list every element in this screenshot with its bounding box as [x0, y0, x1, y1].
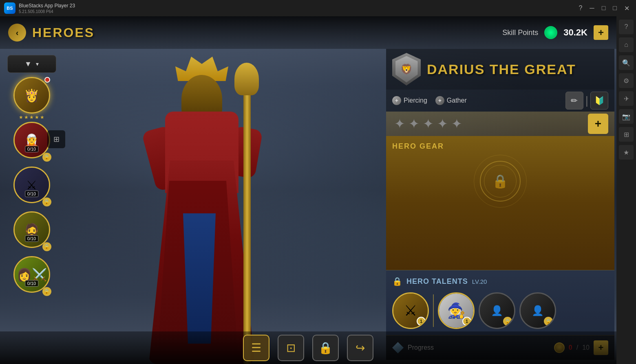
hero-character-display	[63, 16, 340, 364]
bluestacks-titlebar: BS BlueStacks App Player 23 5.21.505.100…	[0, 0, 636, 16]
hero-list-item-1[interactable]: 👸 ★ ★ ★ ★ ★	[11, 77, 52, 118]
filter-arrow-icon: ▾	[36, 61, 39, 67]
hero-attributes: ✦ Piercing ✦ Gather ✏ | 🔰	[386, 90, 614, 112]
bottom-frame-button[interactable]: ⊡	[278, 335, 304, 361]
bottom-share-button[interactable]: ↪	[347, 335, 373, 361]
hero-level-5: 0/10	[25, 280, 38, 287]
frame-icon: ⊡	[286, 341, 296, 355]
hero-talents-section: 🔒 HERO TALENTS LV.20 ⚔ 1 🧙 1	[386, 270, 614, 335]
bottom-list-button[interactable]: ☰	[243, 335, 269, 361]
attr-piercing: ✦ Piercing	[392, 92, 427, 110]
skill-badge-2: 1	[462, 317, 471, 326]
star-3: ✦	[423, 116, 434, 132]
skill-divider	[433, 294, 434, 327]
skill-lock-overlay-3: 🔒	[503, 317, 512, 326]
hero-list-item-2[interactable]: 🧝 0/10 🔒	[11, 122, 52, 162]
piercing-icon: ✦	[392, 96, 401, 105]
talents-header: 🔒 HERO TALENTS LV.20	[392, 276, 608, 286]
hero-sidebar: ▼ ▾ 👸 ★ ★ ★ ★ ★ 🧝 0/10 🔒	[0, 49, 63, 331]
app-title: BlueStacks App Player 23	[19, 3, 576, 9]
close-icon[interactable]: ✕	[622, 4, 632, 12]
page-title: HEROES	[32, 25, 95, 40]
header-bar: ‹ HEROES Skill Points 30.2K +	[0, 16, 616, 49]
bs-sidebar-icon-7[interactable]: ⊞	[619, 127, 634, 142]
skill-icon-troops[interactable]: ⚔ 1	[392, 292, 429, 329]
info-tab-icon: 🔰	[594, 96, 605, 105]
bs-sidebar-icon-1[interactable]: ?	[619, 20, 634, 34]
right-panel: 🦁 DARIUS THE GREAT ✦ Piercing ✦ Gather ✏…	[386, 49, 614, 360]
gear-ring-outer	[474, 155, 527, 208]
bs-sidebar-icon-8[interactable]: ★	[619, 145, 634, 160]
hero-level-3: 0/10	[25, 191, 38, 197]
bluestacks-logo: BS	[4, 2, 15, 14]
talents-lock-icon: 🔒	[392, 276, 402, 286]
bs-sidebar-icon-6[interactable]: 📷	[619, 109, 634, 124]
hero-stars-1: ★ ★ ★ ★ ★	[11, 114, 52, 120]
skill-badge-1: 1	[417, 317, 426, 326]
bottom-bar: ☰ ⊡ 🔒 ↪	[0, 331, 616, 364]
hero-shield-icon: 🦁	[392, 53, 421, 86]
hero-list-item-4[interactable]: 🧔 0/10 🔒	[11, 211, 52, 252]
skill-icons-row: ⚔ 1 🧙 1 👤 🔒	[392, 292, 608, 329]
back-button[interactable]: ‹	[8, 24, 26, 42]
bs-sidebar-icon-5[interactable]: ✈	[619, 91, 634, 106]
hero-lock-3: 🔒	[42, 197, 51, 206]
header-right: Skill Points 30.2K +	[502, 25, 608, 40]
hero-notification-dot	[44, 77, 50, 83]
share-icon: ↪	[356, 341, 365, 355]
attr-gather: ✦ Gather	[435, 92, 467, 110]
gather-label: Gather	[447, 97, 467, 104]
tab-separator: |	[585, 94, 588, 107]
restore-icon[interactable]: □	[599, 4, 608, 12]
window-controls: ? ─ □ □ ✕	[576, 4, 632, 12]
gear-grid: 🔒	[392, 157, 608, 206]
star-2: ✦	[409, 116, 420, 132]
hero-list-item-5[interactable]: 👩‍⚔️ 0/10 🔒	[11, 256, 52, 297]
skill-points-value: 30.2K	[563, 27, 587, 38]
hero-name: DARIUS THE GREAT	[427, 61, 576, 77]
star-4: ✦	[437, 116, 448, 132]
app-version: 5.21.505.1008 P64	[19, 9, 576, 14]
skill-lock-overlay-4: 🔒	[544, 317, 553, 326]
skill-tab-button[interactable]: ✏	[565, 92, 583, 110]
info-tab-button[interactable]: 🔰	[590, 92, 608, 110]
bs-sidebar-icon-2[interactable]: ⌂	[619, 37, 634, 52]
gear-slot[interactable]: 🔒	[480, 161, 521, 202]
hero-gear-title: HERO GEAR	[392, 142, 608, 151]
minimize-icon[interactable]: ─	[587, 4, 596, 12]
star-1: ✦	[394, 116, 405, 132]
skill-points-icon	[544, 26, 557, 39]
gather-icon: ✦	[435, 96, 444, 105]
maximize-icon[interactable]: □	[610, 4, 619, 12]
hero-lock-2: 🔒	[42, 153, 51, 162]
hero-gear-section: HERO GEAR 🔒	[386, 136, 614, 270]
hero-list-item-3[interactable]: ⚔ 0/10 🔒	[11, 167, 52, 207]
hero-robe-blue-stripe	[183, 213, 216, 344]
lock-icon: 🔒	[318, 341, 333, 355]
list-icon: ☰	[251, 341, 261, 355]
hero-name-section: 🦁 DARIUS THE GREAT	[386, 49, 614, 90]
bs-sidebar-icon-3[interactable]: 🔍	[619, 55, 634, 70]
filter-button[interactable]: ▼ ▾	[7, 55, 56, 73]
hero-lock-4: 🔒	[42, 242, 51, 251]
filter-icon: ▼	[24, 60, 32, 68]
talents-title: HERO TALENTS	[406, 277, 468, 286]
grid-view-button[interactable]: ⊞	[47, 130, 65, 148]
stars-row: ✦ ✦ ✦ ✦ ✦ +	[386, 112, 614, 136]
hero-level-2: 0/10	[25, 146, 38, 152]
star-5: ✦	[451, 116, 462, 132]
skill-points-add-button[interactable]: +	[594, 25, 608, 40]
bs-sidebar-icon-4[interactable]: ⚙	[619, 73, 634, 88]
hero-avatar-1: 👸	[13, 77, 50, 114]
skill-icon-wizard[interactable]: 🧙 1	[438, 292, 475, 329]
star-add-button[interactable]: +	[588, 114, 608, 134]
hero-staff	[243, 87, 251, 364]
hero-level-4: 0/10	[25, 235, 38, 242]
help-icon[interactable]: ?	[576, 4, 585, 12]
piercing-label: Piercing	[404, 97, 427, 104]
skill-icon-locked-4[interactable]: 👤 🔒	[519, 292, 556, 329]
talents-level: LV.20	[472, 278, 487, 285]
hero-shield-inner: 🦁	[395, 56, 418, 83]
bottom-lock-button[interactable]: 🔒	[312, 335, 339, 361]
skill-icon-locked-3[interactable]: 👤 🔒	[479, 292, 515, 329]
